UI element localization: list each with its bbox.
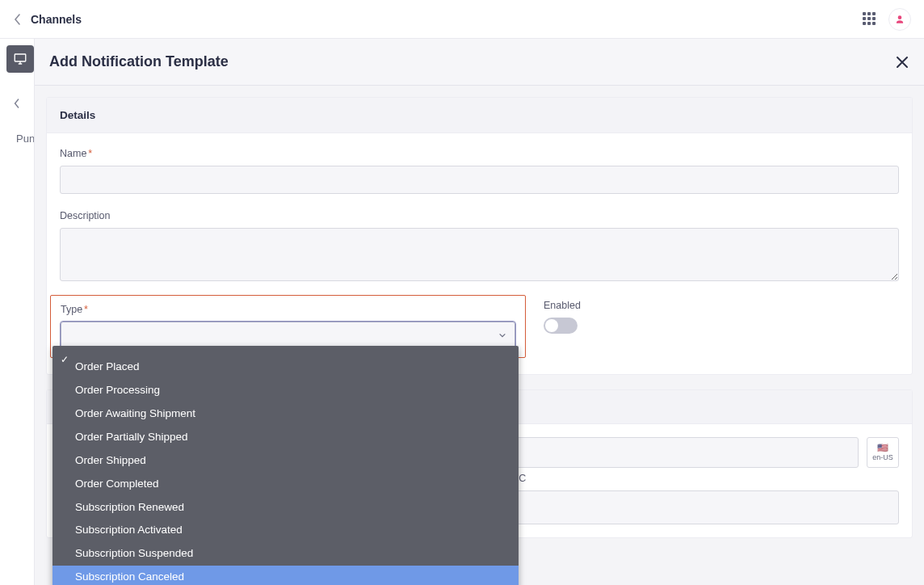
type-option[interactable]: Subscription Renewed <box>52 496 519 520</box>
bcc-right-col: BCC <box>505 473 899 524</box>
type-option[interactable]: Order Partially Shipped <box>52 426 519 449</box>
type-option[interactable]: Order Shipped <box>52 449 519 473</box>
sidebar-collapse-icon[interactable] <box>13 99 23 108</box>
type-label-text: Type <box>61 304 82 315</box>
locale-button[interactable]: 🇺🇸 en-US <box>867 437 899 468</box>
required-asterisk: * <box>88 148 92 159</box>
details-header: Details <box>47 98 912 133</box>
type-option[interactable] <box>52 349 519 356</box>
type-option[interactable]: Subscription Activated <box>52 519 519 542</box>
apps-grid-icon[interactable] <box>863 12 877 27</box>
bcc-input[interactable] <box>505 490 899 524</box>
avatar[interactable] <box>888 8 911 31</box>
type-option[interactable]: Order Processing <box>52 379 519 402</box>
type-option[interactable]: Order Placed <box>52 356 519 379</box>
enabled-toggle[interactable] <box>544 318 578 334</box>
slideover-panel: Add Notification Template Details Name* … <box>34 39 924 585</box>
type-option[interactable]: Subscription Suspended <box>52 542 519 566</box>
panel-title: Add Notification Template <box>49 53 229 70</box>
required-asterisk: * <box>84 304 88 315</box>
locale-flag-icon: 🇺🇸 <box>877 444 888 452</box>
enabled-label: Enabled <box>544 300 899 311</box>
type-column: Type* Order PlacedOrder ProcessingOrder … <box>60 300 521 358</box>
name-label: Name* <box>60 148 899 159</box>
type-enabled-row: Type* Order PlacedOrder ProcessingOrder … <box>60 300 899 358</box>
locale-code: en-US <box>872 453 893 461</box>
type-option[interactable]: Order Completed <box>52 473 519 496</box>
top-bar: Channels <box>0 0 924 39</box>
type-option[interactable]: Subscription Canceled <box>52 566 519 585</box>
description-field: Description <box>60 210 899 284</box>
panel-header: Add Notification Template <box>35 39 924 86</box>
close-icon[interactable] <box>895 55 909 69</box>
type-label: Type* <box>61 304 515 315</box>
back-chevron-icon[interactable] <box>13 14 23 25</box>
type-dropdown[interactable]: Order PlacedOrder ProcessingOrder Awaiti… <box>52 346 519 585</box>
name-input[interactable] <box>60 166 899 194</box>
toggle-knob <box>545 319 558 332</box>
topbar-left: Channels <box>13 13 82 26</box>
leftrail-monitor-icon[interactable] <box>6 45 34 73</box>
topbar-right <box>863 8 911 31</box>
type-option[interactable]: Order Awaiting Shipment <box>52 402 519 426</box>
page-title: Channels <box>31 13 82 26</box>
chevron-down-icon <box>498 331 506 339</box>
enabled-column: Enabled <box>544 300 899 358</box>
description-label: Description <box>60 210 899 221</box>
svg-rect-0 <box>15 54 26 61</box>
type-focus-ring: Type* Order PlacedOrder ProcessingOrder … <box>50 295 526 358</box>
name-label-text: Name <box>60 148 86 159</box>
description-textarea[interactable] <box>60 228 899 281</box>
panel-body: Details Name* Description <box>35 86 924 585</box>
details-card: Details Name* Description <box>46 97 913 375</box>
name-field: Name* <box>60 148 899 194</box>
bcc-label: BCC <box>505 473 899 484</box>
type-select[interactable] <box>61 322 515 349</box>
details-body: Name* Description Type* <box>47 133 912 374</box>
